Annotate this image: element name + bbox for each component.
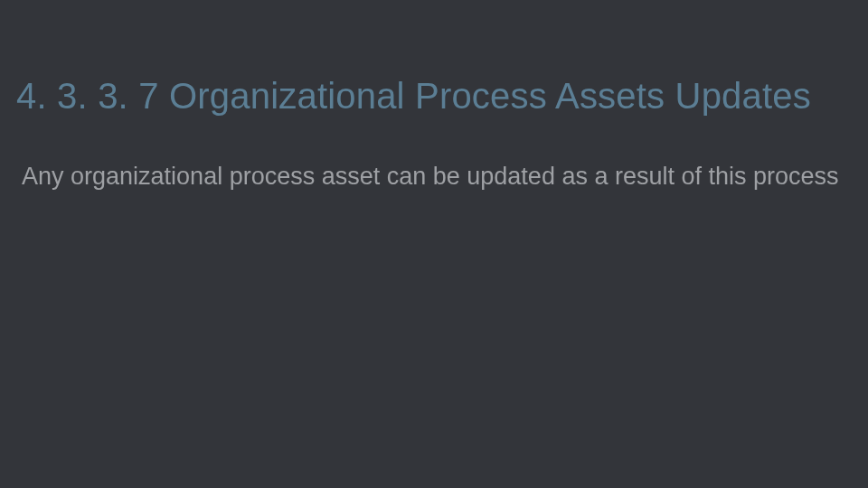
slide: 4. 3. 3. 7 Organizational Process Assets… — [0, 0, 868, 488]
slide-title: 4. 3. 3. 7 Organizational Process Assets… — [16, 75, 859, 117]
slide-body-text: Any organizational process asset can be … — [16, 161, 841, 192]
